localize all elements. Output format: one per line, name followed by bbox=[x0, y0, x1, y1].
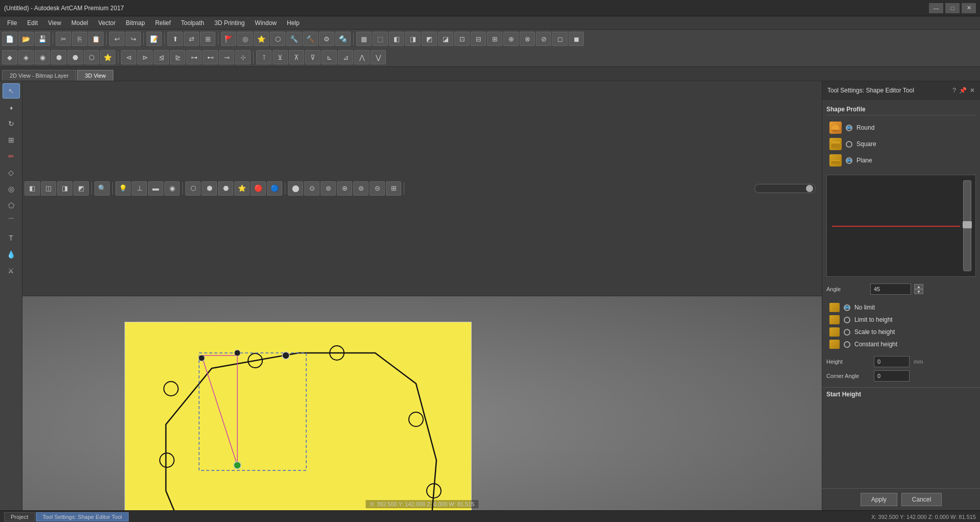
paint-tool[interactable]: 💧 bbox=[3, 247, 20, 262]
apply-button[interactable]: Apply bbox=[861, 493, 897, 506]
d6-btn[interactable]: ⊷ bbox=[203, 50, 218, 64]
d2-btn[interactable]: ⊳ bbox=[137, 50, 153, 64]
r2-btn[interactable]: ⬚ bbox=[373, 32, 388, 46]
v4-btn[interactable]: ⬣ bbox=[218, 181, 233, 196]
r14-btn[interactable]: ◼ bbox=[569, 32, 584, 46]
shape-option-square[interactable]: Square bbox=[826, 136, 976, 152]
angle-up-btn[interactable]: ▲ bbox=[914, 284, 923, 289]
open-btn[interactable]: 📂 bbox=[18, 32, 34, 46]
v13-btn[interactable]: ⊝ bbox=[370, 181, 385, 196]
knife-tool[interactable]: ⚔ bbox=[3, 263, 20, 278]
v5-btn[interactable]: ⭐ bbox=[234, 181, 250, 196]
arr1-btn[interactable]: ⬆ bbox=[167, 32, 183, 46]
cancel-button[interactable]: Cancel bbox=[901, 493, 942, 506]
d5-btn[interactable]: ⊶ bbox=[186, 50, 202, 64]
r10-btn[interactable]: ⊕ bbox=[503, 32, 519, 46]
brightness-slider[interactable] bbox=[754, 184, 816, 193]
plane-btn[interactable]: ▬ bbox=[148, 181, 163, 196]
perspective-btn[interactable]: ◧ bbox=[24, 181, 40, 196]
maximize-button[interactable]: □ bbox=[945, 3, 960, 13]
scale-height-radio[interactable] bbox=[844, 329, 850, 336]
tool4-btn[interactable]: 🔩 bbox=[335, 32, 351, 46]
square-radio[interactable] bbox=[846, 141, 852, 148]
light-btn[interactable]: 💡 bbox=[115, 181, 131, 196]
v12-btn[interactable]: ⊜ bbox=[353, 181, 369, 196]
v10-btn[interactable]: ⊚ bbox=[321, 181, 336, 196]
v11-btn[interactable]: ⊛ bbox=[337, 181, 352, 196]
v9-btn[interactable]: ⊙ bbox=[304, 181, 320, 196]
save-btn[interactable]: 💾 bbox=[35, 32, 50, 46]
r11-btn[interactable]: ⊗ bbox=[520, 32, 535, 46]
plane-radio[interactable] bbox=[846, 157, 852, 164]
cut-btn[interactable]: ✂ bbox=[56, 32, 71, 46]
text-tool[interactable]: T bbox=[3, 230, 20, 246]
v7-btn[interactable]: 🔵 bbox=[267, 181, 282, 196]
note-btn[interactable]: 📝 bbox=[146, 32, 162, 46]
s5-btn[interactable]: ⬣ bbox=[67, 50, 83, 64]
rotate-tool[interactable]: ↻ bbox=[3, 116, 20, 131]
paste-btn[interactable]: 📋 bbox=[88, 32, 104, 46]
s2-btn[interactable]: ◈ bbox=[18, 50, 34, 64]
shape1-btn[interactable]: ⬡ bbox=[270, 32, 285, 46]
profile-slider-handle[interactable] bbox=[963, 221, 972, 228]
tab-3d-view[interactable]: 3D View bbox=[77, 70, 113, 81]
r12-btn[interactable]: ⊘ bbox=[536, 32, 551, 46]
shape-option-round[interactable]: Round bbox=[826, 120, 976, 136]
draw-tool[interactable]: ✏ bbox=[3, 149, 20, 164]
height-input[interactable] bbox=[874, 356, 910, 367]
new-btn[interactable]: 📄 bbox=[2, 32, 17, 46]
v14-btn[interactable]: ⊞ bbox=[386, 181, 401, 196]
e4-btn[interactable]: ⊽ bbox=[305, 50, 321, 64]
redo-btn[interactable]: ↪ bbox=[126, 32, 141, 46]
main-canvas[interactable]: X: 392.500 Y: 142.000 Z: 0.000 W: 81.515 bbox=[22, 296, 822, 511]
ring-tool[interactable]: ◎ bbox=[3, 181, 20, 197]
ground-btn[interactable]: ⊥ bbox=[132, 181, 147, 196]
menu-item-3d printing[interactable]: 3D Printing bbox=[209, 18, 250, 28]
s1-btn[interactable]: ◆ bbox=[2, 50, 17, 64]
minimize-button[interactable]: — bbox=[929, 3, 943, 13]
menu-item-help[interactable]: Help bbox=[282, 18, 305, 28]
s7-btn[interactable]: ⭐ bbox=[100, 50, 115, 64]
r4-btn[interactable]: ◨ bbox=[405, 32, 421, 46]
r7-btn[interactable]: ⊡ bbox=[454, 32, 470, 46]
constant-height[interactable]: Constant height bbox=[826, 338, 976, 350]
menu-item-edit[interactable]: Edit bbox=[22, 18, 43, 28]
d3-btn[interactable]: ⊴ bbox=[154, 50, 169, 64]
tool3-btn[interactable]: ⚙ bbox=[319, 32, 334, 46]
menu-item-model[interactable]: Model bbox=[66, 18, 93, 28]
d4-btn[interactable]: ⊵ bbox=[170, 50, 185, 64]
pin-icon[interactable]: 📌 bbox=[959, 87, 967, 94]
r3-btn[interactable]: ◧ bbox=[389, 32, 404, 46]
circle-btn[interactable]: ◎ bbox=[237, 32, 253, 46]
undo-btn[interactable]: ↩ bbox=[109, 32, 125, 46]
menu-item-vector[interactable]: Vector bbox=[93, 18, 121, 28]
r13-btn[interactable]: ◻ bbox=[552, 32, 568, 46]
tool2-btn[interactable]: 🔨 bbox=[303, 32, 318, 46]
front-btn[interactable]: ◫ bbox=[41, 181, 56, 196]
v1-btn[interactable]: ◉ bbox=[164, 181, 180, 196]
flag-btn[interactable]: 🚩 bbox=[221, 32, 236, 46]
tool-settings-tab[interactable]: Tool Settings: Shape Editor Tool bbox=[36, 512, 129, 521]
s6-btn[interactable]: ⬡ bbox=[84, 50, 99, 64]
v6-btn[interactable]: 🔴 bbox=[251, 181, 266, 196]
scale-to-height[interactable]: Scale to height bbox=[826, 326, 976, 338]
e2-btn[interactable]: ⊻ bbox=[273, 50, 288, 64]
limit-no-limit[interactable]: No limit bbox=[826, 301, 976, 314]
arr2-btn[interactable]: ⇄ bbox=[184, 32, 199, 46]
copy-btn[interactable]: ⎘ bbox=[72, 32, 87, 46]
v8-btn[interactable]: ⬤ bbox=[288, 181, 303, 196]
menu-item-relief[interactable]: Relief bbox=[150, 18, 176, 28]
grid-tool[interactable]: ⊞ bbox=[3, 132, 20, 148]
r5-btn[interactable]: ◩ bbox=[422, 32, 437, 46]
limit-to-height[interactable]: Limit to height bbox=[826, 314, 976, 326]
zoom-in-btn[interactable]: 🔍 bbox=[94, 181, 110, 196]
no-limit-radio[interactable] bbox=[844, 304, 850, 311]
tab-2d-view[interactable]: 2D View - Bitmap Layer bbox=[2, 70, 76, 81]
top-btn[interactable]: ◩ bbox=[74, 181, 89, 196]
menu-item-toolpath[interactable]: Toolpath bbox=[176, 18, 209, 28]
d7-btn[interactable]: ⊸ bbox=[219, 50, 234, 64]
arc-tool[interactable]: ⌒ bbox=[3, 214, 20, 229]
v3-btn[interactable]: ⬢ bbox=[202, 181, 217, 196]
side-btn[interactable]: ◨ bbox=[57, 181, 72, 196]
arr3-btn[interactable]: ⊞ bbox=[200, 32, 215, 46]
